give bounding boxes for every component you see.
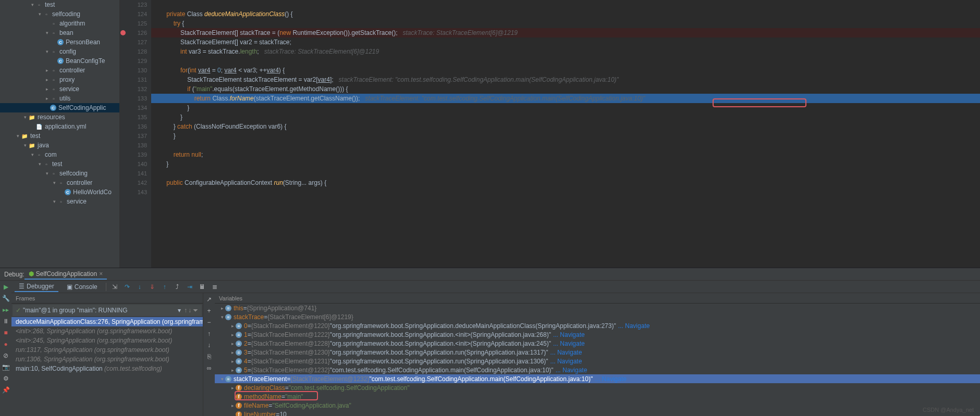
code-line[interactable]: private Class deduceMainApplicationClass… bbox=[151, 9, 980, 19]
trace-button[interactable]: ≣ bbox=[211, 283, 219, 291]
variable-row[interactable]: ▸≡this = {SpringApplication@741} bbox=[215, 304, 980, 312]
tree-arrow-icon[interactable]: ▸ bbox=[44, 77, 50, 82]
code-line[interactable]: } catch (ClassNotFoundException var6) { bbox=[151, 122, 980, 131]
tree-item-application.yml[interactable]: 📄application.yml bbox=[0, 122, 119, 131]
step-over-button[interactable]: ↷ bbox=[123, 283, 131, 291]
expand-arrow-icon[interactable]: ▸ bbox=[229, 350, 236, 355]
tree-item-utils[interactable]: ▸▫utils bbox=[0, 94, 119, 103]
tree-item-service[interactable]: ▸▫service bbox=[0, 84, 119, 94]
evaluate-expression-button[interactable]: 🖩 bbox=[198, 283, 206, 291]
restore-layout-button[interactable]: ↗ bbox=[205, 295, 213, 304]
code-line[interactable]: return null; bbox=[151, 150, 980, 159]
tree-arrow-icon[interactable]: ▸ bbox=[44, 68, 50, 73]
stack-frame[interactable]: <init>:268, SpringApplication (org.sprin… bbox=[11, 326, 203, 336]
thread-select[interactable]: ✓ "main"@1 in group "main": RUNNING ▾ ↑ … bbox=[13, 305, 202, 316]
code-line[interactable]: StackTraceElement[] stackTrace = (new Ru… bbox=[151, 28, 980, 37]
step-into-button[interactable]: ↓ bbox=[136, 283, 144, 291]
code-line[interactable]: } bbox=[151, 159, 980, 169]
code-content[interactable]: private Class deduceMainApplicationClass… bbox=[151, 0, 980, 268]
stack-frame[interactable]: <init>:245, SpringApplication (org.sprin… bbox=[11, 336, 203, 345]
code-line[interactable]: int var3 = stackTrace.length; stackTrace… bbox=[151, 47, 980, 56]
stack-frame[interactable]: main:10, SelfCodingApplication (com.test… bbox=[11, 364, 203, 373]
code-line[interactable] bbox=[151, 169, 980, 178]
expand-arrow-icon[interactable]: ▾ bbox=[219, 376, 225, 382]
navigate-link[interactable]: ... Navigate bbox=[556, 367, 587, 374]
tree-item-resources[interactable]: ▾📁resources bbox=[0, 112, 119, 122]
stack-frame[interactable]: deduceMainApplicationClass:276, SpringAp… bbox=[11, 317, 203, 326]
tree-arrow-icon[interactable]: ▾ bbox=[51, 180, 57, 185]
expand-arrow-icon[interactable]: ▸ bbox=[229, 341, 236, 346]
navigate-link[interactable]: ... Navigate bbox=[618, 322, 650, 330]
copy-watch-button[interactable]: ⎘ bbox=[205, 352, 213, 361]
force-step-into-button[interactable]: ⇓ bbox=[148, 283, 156, 291]
tree-arrow-icon[interactable]: ▾ bbox=[51, 199, 57, 204]
variable-row[interactable]: ▸≡1 = {StackTraceElement@1222} "org.spri… bbox=[215, 330, 980, 339]
code-line[interactable] bbox=[151, 0, 980, 9]
expand-arrow-icon[interactable]: ▸ bbox=[229, 359, 236, 364]
resume-button[interactable]: ▸▸ bbox=[2, 306, 10, 314]
variable-row[interactable]: ▸fdeclaringClass = "com.test.selfcoding.… bbox=[215, 383, 980, 392]
console-tab[interactable]: ▣ Console bbox=[63, 282, 102, 292]
variable-row[interactable]: ▸ffileName = "SelfCodingApplication.java… bbox=[215, 401, 980, 410]
step-out-button[interactable]: ↑ bbox=[161, 283, 169, 291]
code-line[interactable]: public ConfigurableApplicationContext ru… bbox=[151, 178, 980, 187]
stop-button[interactable]: ■ bbox=[2, 329, 10, 337]
view-breakpoints-button[interactable]: ● bbox=[2, 340, 10, 348]
tree-item-HelloWorldCo[interactable]: CHelloWorldCo bbox=[0, 187, 119, 197]
close-icon[interactable]: × bbox=[99, 270, 103, 278]
navigate-link[interactable]: ... Navigate bbox=[550, 349, 582, 356]
get-thread-dump-button[interactable]: 📷 bbox=[2, 363, 10, 371]
tree-arrow-icon[interactable]: ▾ bbox=[22, 143, 28, 148]
down-watch-button[interactable]: ↓ bbox=[205, 341, 213, 349]
debug-run-config[interactable]: ⬢ SelfCodingApplication × bbox=[24, 269, 107, 280]
mute-breakpoints-button[interactable]: ⊘ bbox=[2, 351, 10, 360]
tree-item-test[interactable]: ▾📁test bbox=[0, 131, 119, 141]
prev-frame-button[interactable]: ↑ bbox=[184, 307, 187, 314]
tree-item-selfcoding[interactable]: ▾▫selfcoding bbox=[0, 169, 119, 178]
breakpoint-icon[interactable] bbox=[120, 30, 126, 35]
tree-arrow-icon[interactable]: ▾ bbox=[29, 152, 35, 157]
tree-arrow-icon[interactable]: ▾ bbox=[15, 133, 21, 138]
tree-arrow-icon[interactable]: ▾ bbox=[44, 30, 50, 35]
rerun-button[interactable]: ▶ bbox=[2, 283, 10, 291]
expand-arrow-icon[interactable]: ▸ bbox=[229, 332, 236, 337]
navigate-link[interactable]: ... Navigate bbox=[553, 340, 585, 347]
project-tree[interactable]: ▾▫test▾▫selfcoding▫algorithm▾▫beanCPerso… bbox=[0, 0, 120, 268]
variable-row[interactable]: ▸≡4 = {StackTraceElement@1231} "org.spri… bbox=[215, 357, 980, 365]
expand-arrow-icon[interactable]: ▸ bbox=[219, 306, 225, 311]
tree-item-algorithm[interactable]: ▫algorithm bbox=[0, 19, 119, 28]
stack-frame[interactable]: run:1306, SpringApplication (org.springf… bbox=[11, 355, 203, 364]
variable-row[interactable]: ▸≡2 = {StackTraceElement@1228} "org.spri… bbox=[215, 339, 980, 348]
up-watch-button[interactable]: ↑ bbox=[205, 330, 213, 338]
code-line[interactable] bbox=[151, 56, 980, 66]
modify-run-config-button[interactable]: 🔧 bbox=[2, 294, 10, 302]
code-line[interactable] bbox=[151, 187, 980, 197]
variable-row[interactable]: flineNumber = 10 bbox=[215, 410, 980, 416]
code-line[interactable]: StackTraceElement[] var2 = stackTrace; bbox=[151, 37, 980, 47]
code-line[interactable]: try { bbox=[151, 19, 980, 28]
expand-arrow-icon[interactable]: ▸ bbox=[229, 323, 236, 329]
tree-arrow-icon[interactable]: ▾ bbox=[44, 171, 50, 176]
breakpoint-gutter[interactable] bbox=[120, 0, 126, 268]
code-line[interactable]: if ("main".equals(stackTraceElement.getM… bbox=[151, 84, 980, 94]
variable-row[interactable]: fmethodName = "main" bbox=[215, 392, 980, 401]
code-line[interactable]: } bbox=[151, 112, 980, 122]
variables-tree[interactable]: ▸≡this = {SpringApplication@741}▾≡stackT… bbox=[215, 304, 980, 416]
remove-watch-button[interactable]: − bbox=[205, 318, 213, 326]
tree-item-test[interactable]: ▾▫test bbox=[0, 0, 119, 9]
tree-item-test[interactable]: ▾▫test bbox=[0, 159, 119, 169]
filter-frames-button[interactable]: ⏷ bbox=[192, 307, 199, 314]
variable-row[interactable]: ▾≡stackTrace = {StackTraceElement[6]@121… bbox=[215, 312, 980, 321]
tree-arrow-icon[interactable]: ▸ bbox=[44, 86, 50, 92]
code-line[interactable]: StackTraceElement stackTraceElement = va… bbox=[151, 75, 980, 84]
drop-frame-button[interactable]: ⤴ bbox=[173, 283, 181, 291]
code-line[interactable]: } bbox=[151, 131, 980, 141]
variable-row[interactable]: ▾≡stackTraceElement = {StackTraceElement… bbox=[215, 374, 980, 383]
expand-arrow-icon[interactable]: ▸ bbox=[229, 368, 236, 373]
code-line[interactable] bbox=[151, 141, 980, 150]
tree-item-PersonBean[interactable]: CPersonBean bbox=[0, 37, 119, 47]
code-line[interactable]: } bbox=[151, 103, 980, 112]
tree-arrow-icon[interactable]: ▸ bbox=[44, 96, 50, 101]
expand-arrow-icon[interactable]: ▸ bbox=[229, 385, 236, 390]
variable-row[interactable]: ▸≡0 = {StackTraceElement@1220} "org.spri… bbox=[215, 321, 980, 330]
